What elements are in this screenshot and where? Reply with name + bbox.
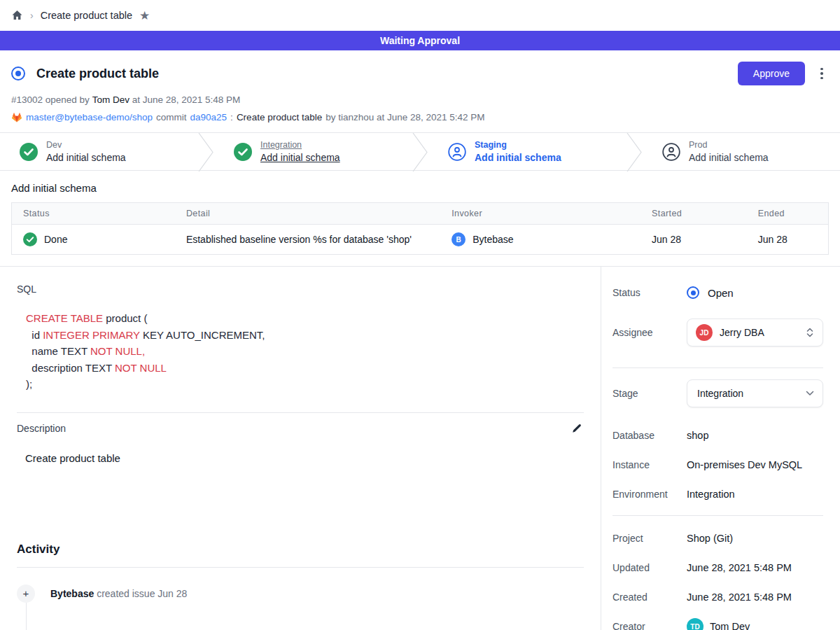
assignee-name: Jerry DBA [720,327,806,338]
created-label: Created [612,592,687,603]
project-label: Project [612,533,687,544]
environment-label: Environment [612,489,687,500]
column-header-invoker: Invoker [440,203,640,225]
task-started: Jun 28 [640,225,747,255]
updated-label: Updated [612,562,687,573]
approve-button[interactable]: Approve [738,62,805,85]
stage-separator [197,133,214,172]
stage-task-label: Add initial schema [475,151,561,164]
instance-value: On-premises Dev MySQL [687,459,802,470]
project-value: Shop (Git) [687,533,733,544]
check-circle-icon [234,143,252,161]
stage-task-label: Add initial schema [46,151,126,164]
home-icon[interactable] [11,10,23,21]
edit-pencil-icon[interactable] [570,421,584,435]
issue-author: Tom Dev [92,94,130,105]
stage-integration[interactable]: Integration Add initial schema [214,133,412,170]
task-ended: Jun 28 [747,225,829,255]
plus-icon: + [17,584,35,603]
divider [17,567,584,568]
stage-task-label: Add initial schema [260,151,340,164]
sql-statement: CREATE TABLE product ( id INTEGER PRIMAR… [17,310,584,393]
task-detail: Established baseline version %s for data… [175,225,440,255]
column-header-started: Started [640,203,747,225]
table-row[interactable]: Done Established baseline version %s for… [12,225,829,255]
issue-sidebar: Status Open Assignee JD Jerry DBA Stage … [601,267,840,630]
open-status-icon [687,286,699,299]
issue-open-icon [11,66,25,80]
commit-line: master@bytebase-demo/shop commit da90a25… [11,112,829,122]
creator-name: Tom Dev [710,621,750,630]
commit-author-time: by tianzhou at June 28, 2021 5:42 PM [326,112,484,122]
updated-value: June 28, 2021 5:48 PM [687,562,792,573]
status-value: Open [687,286,734,299]
issue-detail-pane: SQL CREATE TABLE product ( id INTEGER PR… [0,267,601,630]
issue-meta-time: at June 28, 2021 5:48 PM [132,94,241,105]
activity-item: + Bytebase created issue Jun 28 [17,584,584,603]
creator-label: Creator [612,621,687,630]
check-circle-icon [20,143,38,161]
invoker-avatar: B [451,232,465,246]
creator-value: TD Tom Dev [687,618,750,630]
column-header-detail: Detail [175,203,440,225]
task-table: Status Detail Invoker Started Ended Done… [11,202,829,255]
activity-heading: Activity [17,542,584,556]
stage-staging[interactable]: Staging Add initial schema [428,133,626,170]
created-value: June 28, 2021 5:48 PM [687,592,792,603]
issue-meta: #13002 opened by Tom Dev at June 28, 202… [11,94,829,105]
person-circle-icon [448,143,466,161]
environment-value: Integration [687,489,735,500]
stage-label: Stage [612,388,687,399]
stage-env-label: Dev [46,139,126,150]
issue-meta-prefix: #13002 opened by [11,94,90,105]
star-icon[interactable]: ★ [139,8,150,23]
task-heading: Add initial schema [11,182,829,194]
assignee-select[interactable]: JD Jerry DBA [687,318,823,346]
gitlab-icon [11,112,22,122]
database-value: shop [687,430,708,441]
chevron-right-icon: › [30,10,34,21]
task-status: Done [44,234,67,245]
person-circle-icon [662,143,680,161]
stage-env-label: Staging [475,139,561,150]
divider [612,368,823,368]
column-header-ended: Ended [747,203,829,225]
status-banner: Waiting Approval [0,31,840,50]
issue-header: Create product table Approve #13002 open… [0,50,840,132]
stage-prod[interactable]: Prod Add initial schema [643,133,840,170]
stage-dev[interactable]: Dev Add initial schema [0,133,197,170]
instance-label: Instance [612,459,687,470]
sql-label: SQL [17,284,584,295]
breadcrumb-page-title[interactable]: Create product table [41,10,132,21]
pipeline-stage-bar: Dev Add initial schema Integration Add i… [0,132,840,171]
activity-action: created issue Jun 28 [97,588,187,599]
more-options-icon[interactable] [815,65,829,83]
branch-repo-link[interactable]: master@bytebase-demo/shop [26,112,153,122]
column-header-status: Status [12,203,175,225]
stage-selected: Integration [697,388,806,399]
commit-colon: : [230,112,233,122]
description-label: Description [17,423,66,434]
issue-title: Create product table [36,66,159,81]
task-invoker: Bytebase [472,234,513,245]
stage-env-label: Prod [689,139,769,150]
chevron-down-icon [806,391,814,396]
commit-hash-link[interactable]: da90a25 [190,112,227,122]
activity-actor: Bytebase [50,588,94,599]
stage-task-label: Add initial schema [689,151,769,164]
status-open-text: Open [708,287,734,299]
assignee-avatar: JD [696,324,713,341]
description-text: Create product table [17,452,584,464]
divider [17,412,584,413]
task-section: Add initial schema Status Detail Invoker… [0,171,840,266]
timeline-connector [26,603,27,630]
commit-word: commit [156,112,187,122]
breadcrumb: › Create product table ★ [0,0,840,31]
stage-separator [626,133,643,172]
stage-separator [412,133,428,172]
status-banner-text: Waiting Approval [380,35,460,46]
up-down-chevron-icon [806,327,814,338]
stage-select[interactable]: Integration [687,379,823,407]
commit-message: Create product table [237,112,322,122]
assignee-label: Assignee [612,327,687,338]
